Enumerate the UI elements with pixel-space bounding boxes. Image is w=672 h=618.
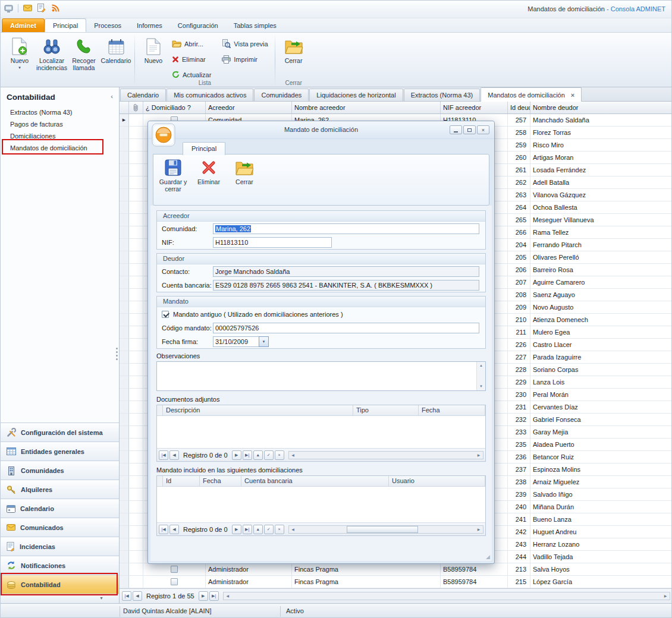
ribbon-button-imprimir[interactable]: Imprimir (219, 53, 272, 65)
sidebar-item-mandatos-de-domiciliacion[interactable]: Mandatos de domiciliación (1, 142, 119, 154)
pager-post-button[interactable]: ✓ (264, 450, 274, 460)
column-header-cuenta-bancaria[interactable]: Cuenta bancaria (241, 476, 389, 486)
nav-item-calendario[interactable]: Calendario (1, 499, 119, 518)
maximize-icon[interactable] (463, 125, 476, 134)
dialog-tab-principal[interactable]: Principal (183, 142, 225, 155)
column-header-nombre-deudor[interactable]: Nombre deudor (530, 102, 672, 113)
column-header-usuario[interactable]: Usuario (389, 476, 485, 486)
nav-item-incidencias[interactable]: Incidencias (1, 537, 119, 556)
ribbon-button-calendario[interactable]: Calendario (100, 34, 132, 78)
ribbon-button-abrir[interactable]: Abrir... (169, 37, 215, 50)
document-tab-comunidades[interactable]: Comunidades (254, 89, 309, 101)
pager-next-button[interactable]: ▶ (199, 591, 208, 601)
ribbon-tab-adminet[interactable]: Adminet (2, 18, 45, 32)
pager-prev-button[interactable]: ◀ (169, 450, 179, 460)
sidebar-item-extractos-norma-43[interactable]: Extractos (Norma 43) (1, 106, 119, 118)
sidebar-item-domiciliaciones[interactable]: Domiciliaciones (1, 130, 119, 142)
ribbon-button-nuevo[interactable]: Nuevo▼ (4, 34, 36, 78)
document-tab-liquidaciones-de-horizontal[interactable]: Liquidaciones de horizontal (309, 89, 403, 101)
application-orb-icon[interactable] (152, 123, 175, 147)
pager-edit-button[interactable]: ▲ (253, 525, 263, 534)
column-header-fecha[interactable]: Fecha (419, 405, 485, 415)
minimize-icon[interactable] (450, 125, 462, 134)
sidebar-item-pagos-de-facturas[interactable]: Pagos de facturas (1, 118, 119, 130)
pager-prev-button[interactable]: ◀ (133, 591, 142, 601)
column-header-domiciliado[interactable]: ¿ Domiciliado ? (143, 102, 206, 113)
scrollbar-thumb[interactable] (347, 526, 417, 533)
pager-post-button[interactable]: ✓ (264, 525, 274, 534)
nav-item-configuracion-del-sistema[interactable]: Configuración del sistema (1, 422, 119, 442)
ribbon-tab-configuracion[interactable]: Configuración (170, 19, 226, 33)
nav-item-contabilidad[interactable]: Contabilidad (1, 575, 119, 594)
mail-icon[interactable] (23, 5, 32, 12)
dialog-button-eliminar[interactable]: Eliminar (191, 157, 226, 203)
nif-input[interactable]: H11813110 (213, 237, 332, 248)
scroll-left-icon[interactable]: ◀ (289, 452, 297, 459)
mandato-antiguo-checkbox[interactable] (162, 311, 169, 318)
note-icon[interactable] (37, 4, 46, 13)
column-header-id-deudor[interactable]: Id deudor (508, 102, 530, 113)
document-tab-calendario[interactable]: Calendario (120, 89, 166, 101)
domiciliado-checkbox[interactable] (171, 566, 178, 573)
domiciliaciones-grid-body[interactable] (157, 487, 485, 522)
splitter-handle[interactable] (115, 346, 118, 361)
pager-cancel-button[interactable]: × (275, 525, 284, 534)
nav-item-comunicados[interactable]: Comunicados (1, 518, 119, 537)
fecha-firma-input[interactable]: 31/10/2009 (213, 336, 259, 347)
pager-first-button[interactable]: |◀ (122, 591, 131, 601)
pager-prev-button[interactable]: ◀ (169, 525, 179, 534)
scroll-right-icon[interactable]: ▶ (661, 592, 670, 600)
nav-item-alquileres[interactable]: Alquileres (1, 480, 119, 499)
pager-edit-button[interactable]: ▲ (253, 450, 263, 460)
configure-buttons-chevron-icon[interactable]: ▼ (99, 596, 103, 600)
collapse-sidebar-icon[interactable]: ‹ (111, 93, 113, 100)
nav-item-comunidades[interactable]: Comunidades (1, 461, 119, 480)
column-header-descripcion[interactable]: Descripción (163, 405, 353, 415)
feed-icon[interactable] (51, 4, 59, 12)
dialog-button-guardar-y-cerrar[interactable]: Guardar y cerrar (156, 157, 190, 203)
ribbon-button-cerrar[interactable]: Cerrar (278, 34, 310, 78)
documentos-grid-body[interactable] (157, 416, 485, 448)
ribbon-button-vista-previa[interactable]: Vista previa (219, 37, 272, 50)
cuenta-bancaria-input[interactable]: ES29 0128 8975 2665 9863 2541 - BANKINTE… (213, 280, 479, 291)
codigo-mandato-input[interactable]: 000025797526 (213, 323, 479, 333)
ribbon-button-eliminar[interactable]: Eliminar (169, 53, 215, 65)
ribbon-tab-informes[interactable]: Informes (129, 19, 170, 33)
ribbon-button-nuevo[interactable]: Nuevo (137, 34, 169, 78)
dialog-title-bar[interactable]: Mandato de domiciliación × (148, 121, 494, 139)
attachment-column-header[interactable] (129, 102, 143, 113)
scroll-up-icon[interactable]: ▲ (477, 362, 485, 370)
dialog-button-cerrar[interactable]: Cerrar (227, 157, 262, 203)
pager-last-button[interactable]: ▶| (243, 450, 252, 460)
pager-next-button[interactable]: ▶ (232, 525, 241, 534)
pager-cancel-button[interactable]: × (275, 450, 284, 460)
comunidad-input[interactable]: Marina, 262 (213, 223, 479, 234)
table-row[interactable]: AdministradorFincas PragmaB58959784215Ló… (120, 576, 672, 588)
nav-item-entidades-generales[interactable]: Entidades generales (1, 442, 119, 461)
document-tab-mandatos-de-domiciliacion[interactable]: Mandatos de domiciliación× (481, 87, 582, 102)
column-header-nif-acreedor[interactable]: NIF acreedor (441, 102, 508, 113)
resize-grip[interactable]: ◢ (486, 554, 490, 560)
close-icon[interactable]: × (477, 125, 489, 134)
close-tab-icon[interactable]: × (571, 92, 574, 99)
pager-last-button[interactable]: ▶| (243, 525, 252, 534)
scroll-down-icon[interactable]: ▼ (477, 383, 485, 390)
scroll-right-icon[interactable]: ▶ (475, 526, 483, 533)
pager-first-button[interactable]: |◀ (159, 525, 168, 534)
column-header-id[interactable]: Id (163, 476, 200, 486)
vertical-scrollbar[interactable]: ▲ ▼ (476, 362, 485, 390)
scroll-left-icon[interactable]: ◀ (289, 526, 297, 533)
table-row[interactable]: AdministradorFincas PragmaB58959784213Sa… (120, 563, 672, 576)
column-header-nombre-acreedor[interactable]: Nombre acreedor (292, 102, 441, 113)
horizontal-scrollbar[interactable]: ◀▶ (223, 592, 670, 600)
horizontal-scrollbar[interactable]: ◀▶ (288, 451, 483, 459)
horizontal-scrollbar[interactable]: ◀▶ (288, 525, 483, 534)
contacto-input[interactable]: Jorge Manchado Saldaña (213, 266, 479, 277)
column-header-fecha[interactable]: Fecha (200, 476, 241, 486)
app-icon[interactable] (4, 4, 13, 13)
nav-item-notificaciones[interactable]: Notificaciones (1, 556, 119, 575)
column-header-tipo[interactable]: Tipo (353, 405, 419, 415)
pager-last-button[interactable]: ▶| (209, 591, 219, 601)
ribbon-button-localizar-incidencias[interactable]: Localizar incidencias (36, 34, 68, 78)
ribbon-tab-procesos[interactable]: Procesos (86, 19, 129, 33)
